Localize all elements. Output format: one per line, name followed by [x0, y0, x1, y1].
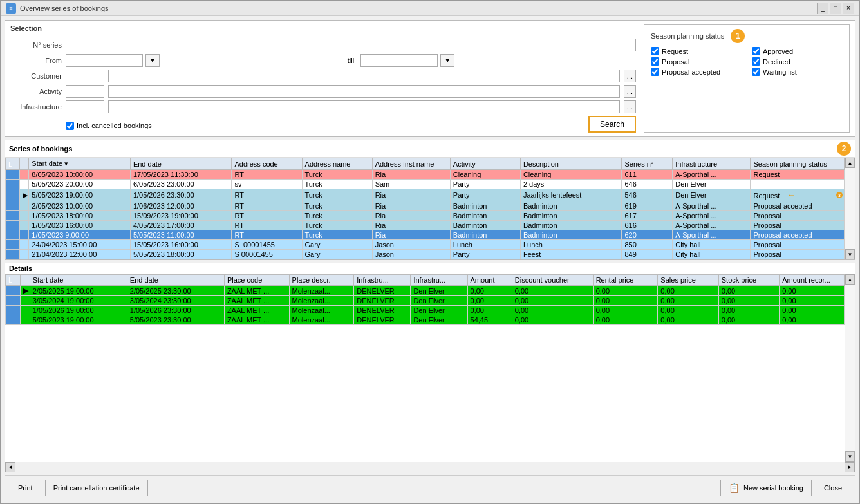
details-thead: L Start date End date Place code Place d… [6, 275, 845, 286]
activity-browse-button[interactable]: ... [624, 85, 636, 98]
status-declined-checkbox[interactable] [752, 57, 760, 66]
n-series-input[interactable] [66, 39, 636, 51]
customer-row: Customer ... [10, 70, 636, 82]
customer-browse-button[interactable]: ... [624, 70, 636, 82]
status-waiting-list-checkbox[interactable] [752, 68, 760, 76]
search-row: Incl. cancelled bookings Search [10, 116, 636, 133]
infrastructure-name-input[interactable] [108, 100, 620, 113]
customer-code-input[interactable] [66, 70, 104, 82]
details-row[interactable]: 1/05/2026 19:00:00 1/05/2026 23:30:00 ZA… [6, 306, 845, 315]
details-scroll-up[interactable]: ▲ [845, 274, 855, 285]
series-row-series: 546 [622, 189, 673, 201]
series-row-infra: A-Sporthal ... [673, 211, 751, 221]
series-row[interactable]: ▶ 5/05/2023 19:00:00 1/05/2026 23:30:00 … [6, 189, 845, 201]
series-scroll-up[interactable]: ▲ [845, 158, 855, 168]
series-row-end: 1/05/2026 23:30:00 [130, 189, 232, 201]
series-row-infra: City hall [673, 250, 751, 259]
series-row-addr-fname: Ria [372, 230, 450, 240]
details-row[interactable]: 5/05/2023 19:00:00 5/05/2023 23:30:00 ZA… [6, 315, 845, 325]
from-date-dropdown[interactable]: ▼ [145, 54, 160, 67]
details-table-with-scroll: L Start date End date Place code Place d… [5, 274, 855, 462]
new-serial-icon: 📋 [729, 483, 740, 493]
infrastructure-browse-button[interactable]: ... [624, 100, 636, 113]
series-row-addr-code: RT [232, 170, 302, 180]
print-cancel-button[interactable]: Print cancellation certificate [45, 480, 148, 496]
n-series-row: N° series [10, 39, 636, 51]
hscroll-right-button[interactable]: ► [845, 462, 855, 472]
status-request-checkbox[interactable] [651, 47, 659, 55]
customer-name-input[interactable] [108, 70, 620, 82]
series-row-end: 17/05/2023 11:30:00 [130, 170, 232, 180]
series-row[interactable]: 1/05/2023 18:00:00 15/09/2023 19:00:00 R… [6, 211, 845, 221]
details-row-place-desc: Molenzaal... [289, 315, 354, 325]
series-row[interactable]: 1/05/2023 16:00:00 4/05/2023 17:00:00 RT… [6, 221, 845, 230]
details-table: L Start date End date Place code Place d… [5, 274, 845, 325]
series-row[interactable]: 4 8/05/2023 10:00:00 17/05/2023 11:30:00… [6, 170, 845, 180]
series-row-activity: Party [450, 180, 520, 189]
details-row-infra1: DENELVER [354, 286, 411, 296]
details-row-infra2: Den Elver [411, 306, 467, 315]
series-row-addr-name: Turck [302, 211, 372, 221]
details-col-stock: Stock price [718, 275, 779, 286]
activity-code-input[interactable] [66, 85, 104, 98]
till-date-dropdown[interactable]: ▼ [440, 54, 454, 67]
series-col-l: L [6, 158, 20, 170]
minimize-button[interactable]: _ [817, 3, 828, 14]
details-row-l [6, 296, 21, 306]
series-row-start: 21/04/2023 12:00:00 [29, 250, 131, 259]
series-row-infra: Den Elver [673, 189, 751, 201]
details-row-stock: 0,00 [718, 286, 779, 296]
status-waiting-list-label: Waiting list [763, 68, 797, 76]
details-col-sales: Sales price [658, 275, 718, 286]
details-row-discount: 0,00 [512, 286, 593, 296]
series-header-row: Series of bookings 2 [5, 140, 855, 158]
series-row-arrow [19, 180, 29, 189]
search-button[interactable]: Search [588, 116, 636, 133]
details-row[interactable]: 3/05/2024 19:00:00 3/05/2024 23:30:00 ZA… [6, 296, 845, 306]
infrastructure-row: Infrastructure ... [10, 100, 636, 113]
hscroll-left-button[interactable]: ◄ [5, 462, 15, 472]
series-scroll-down[interactable]: ▼ [845, 249, 855, 259]
status-proposal-accepted-checkbox[interactable] [651, 68, 659, 76]
details-scrollbar: ▲ ▼ [845, 274, 855, 462]
details-row[interactable]: ▶ 2/05/2025 19:00:00 2/05/2025 23:30:00 … [6, 286, 845, 296]
from-date-input[interactable] [66, 54, 143, 67]
details-row-arrow [20, 315, 30, 325]
status-approved-checkbox[interactable] [752, 47, 760, 55]
close-button[interactable]: Close [816, 480, 850, 496]
status-proposal-checkbox[interactable] [651, 57, 659, 66]
selection-left: Selection N° series From ▼ till [10, 24, 636, 133]
series-row-addr-fname: Sam [372, 180, 450, 189]
series-row[interactable]: 2/05/2023 10:00:00 1/06/2023 12:00:00 RT… [6, 201, 845, 211]
selection-area: Selection N° series From ▼ till [10, 24, 850, 133]
incl-cancelled-checkbox[interactable] [66, 122, 74, 130]
infrastructure-label: Infrastructure [10, 103, 62, 111]
series-row[interactable]: 24/04/2023 15:00:00 15/05/2023 16:00:00 … [6, 240, 845, 250]
details-scroll-down[interactable]: ▼ [845, 451, 855, 462]
series-row-arrow [19, 250, 29, 259]
series-row-status [751, 180, 845, 189]
new-serial-button[interactable]: 📋 New serial booking [720, 480, 812, 496]
series-row-end: 15/05/2023 16:00:00 [130, 240, 232, 250]
series-row-start: 1/05/2023 9:00:00 [29, 230, 131, 240]
details-header-row: Details [5, 263, 855, 274]
close-window-button[interactable]: × [843, 3, 854, 14]
details-row-discount: 0,00 [512, 296, 593, 306]
series-row[interactable]: 1/05/2023 9:00:00 5/05/2023 11:00:00 RT … [6, 230, 845, 240]
activity-name-input[interactable] [108, 85, 620, 98]
series-row-addr-name: Turck [302, 221, 372, 230]
series-row-infra: City hall [673, 240, 751, 250]
series-col-addr-name: Address name [302, 158, 372, 170]
series-row[interactable]: 21/04/2023 12:00:00 5/05/2023 18:00:00 S… [6, 250, 845, 259]
series-section: Series of bookings 2 [5, 140, 855, 260]
till-date-area: ▼ [360, 54, 636, 67]
series-col-start[interactable]: Start date ▾ [29, 158, 131, 170]
series-row-activity: Cleaning [450, 170, 520, 180]
maximize-button[interactable]: □ [830, 3, 841, 14]
print-button[interactable]: Print [10, 480, 41, 496]
details-row-place-code: ZAAL MET ... [224, 286, 289, 296]
series-row[interactable]: 5/05/2023 20:00:00 6/05/2023 23:00:00 sv… [6, 180, 845, 189]
infrastructure-code-input[interactable] [66, 100, 104, 113]
series-row-addr-name: Turck [302, 230, 372, 240]
till-date-input[interactable] [360, 54, 438, 67]
